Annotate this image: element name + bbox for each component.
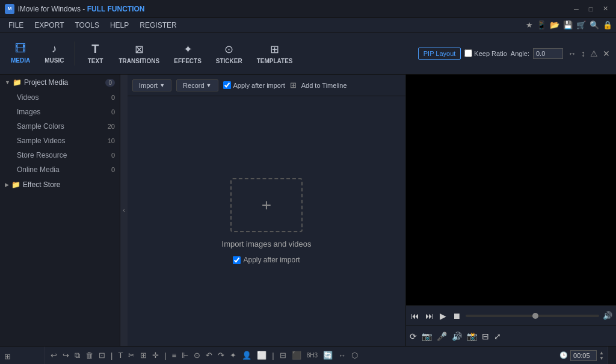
star-icon[interactable]: ★ [526,20,533,29]
timeline-separator-3: | [270,350,276,361]
text-tl-icon[interactable]: T [116,350,125,361]
tool-transitions[interactable]: ⊠ TRANSITIONS [112,40,165,67]
flip-v-icon[interactable]: ↕ [580,48,587,60]
timer-icon[interactable]: ⊙ [192,350,202,361]
tool-media[interactable]: 🎞 MEDIA [5,40,36,66]
apply-import-label: Apply after import [233,256,300,264]
keep-ratio-checkbox[interactable] [464,49,472,57]
menu-file[interactable]: FILE [4,20,28,31]
tool-music[interactable]: ♪ MUSIC [38,40,70,66]
photo-icon[interactable]: 📸 [467,332,477,341]
minimize-button[interactable]: ─ [570,3,582,15]
box-icon[interactable]: ⬜ [255,350,268,361]
refresh-icon[interactable]: 🔄 [321,350,334,361]
maximize-button[interactable]: □ [585,3,597,15]
align-left-icon[interactable]: ≡ [170,350,179,361]
flip-h-icon[interactable]: ↔ [567,48,578,60]
duration-down-icon[interactable]: ▼ [599,356,604,361]
plus-icon: + [262,196,271,215]
add-track-icon[interactable]: ⊞ [2,351,13,362]
undo-icon[interactable]: ↩ [49,350,59,361]
fullscreen-icon[interactable]: ⤢ [494,332,501,341]
add-to-timeline-button[interactable]: Add to Timeline [301,82,347,89]
close-button[interactable]: ✕ [599,3,611,15]
import-drop-box[interactable]: + [230,178,303,232]
apply-import-checkbox[interactable] [233,256,241,264]
tool-effects[interactable]: ✦ EFFECTS [168,40,208,67]
preview-progress-bar[interactable] [466,315,599,317]
sidebar-category-project-media[interactable]: ▼ 📁 Project Media 0 [0,75,120,90]
menu-tools[interactable]: TOOLS [70,20,103,31]
phone-icon[interactable]: 📱 [537,20,546,29]
menubar: FILE EXPORT TOOLS HELP REGISTER ★ 📱 📂 💾 … [0,18,616,32]
app-title-area: M iMovie for Windows - FULL FUNCTION [5,4,144,14]
save-icon[interactable]: 💾 [563,20,573,29]
sidebar-collapse-tab[interactable]: ‹ [120,75,128,346]
volume-icon[interactable]: 🔊 [603,311,612,320]
close-toolbar-icon[interactable]: ✕ [602,48,611,60]
sidebar-category-effect-store[interactable]: ▶ 📁 Effect Store [0,177,120,193]
record-dropdown-icon: ▼ [206,82,212,88]
delete-icon[interactable]: 🗑 [84,350,95,361]
folder-icon[interactable]: 📂 [550,20,559,29]
sidebar-item-sample-colors[interactable]: Sample Colors 20 [0,119,120,134]
folder-open-icon: 📁 [13,78,22,87]
snapshot-icon[interactable]: ⟳ [410,332,417,341]
chevron-down-icon: ▼ [5,79,10,85]
camera-icon[interactable]: 📷 [422,332,432,341]
preview-tools-bar: ⟳ 📷 🎤 🔊 📸 ⊟ ⤢ [406,325,616,346]
duration-input[interactable] [570,350,597,361]
keyframe-icon[interactable]: ⊩ [180,350,190,361]
effects2-icon[interactable]: ✦ [228,350,238,361]
import-button[interactable]: Import ▼ [132,79,171,91]
undo2-icon[interactable]: ↶ [204,350,214,361]
voiceover-icon[interactable]: 🔊 [452,332,462,341]
pip-layout-button[interactable]: PIP Layout [418,48,461,60]
sidebar-item-sample-videos[interactable]: Sample Videos 10 [0,134,120,148]
duration-up-icon[interactable]: ▲ [599,350,604,356]
grid-view-icon[interactable]: ⊞ [290,81,297,90]
menubar-icons: ★ 📱 📂 💾 🛒 🔍 🔒 [526,20,612,29]
redo-icon[interactable]: ↪ [61,350,71,361]
cart-icon[interactable]: 🛒 [576,20,586,29]
record-button[interactable]: Record ▼ [176,79,218,91]
crop-icon[interactable]: ⊡ [97,350,107,361]
skip-start-icon[interactable]: ⏮ [410,310,420,322]
sidebar-item-store-resource[interactable]: Store Resource 0 [0,148,120,162]
timeline-left-panel: ⊞ T 👁 PIP 🔗 ▶ 👁 Main ▶ [0,347,45,364]
menu-register[interactable]: REGISTER [135,20,181,31]
fit-icon[interactable]: ↔ [336,350,348,361]
chevron-right-icon: ▶ [5,182,9,188]
preview-progress-thumb [532,313,538,319]
mic-icon[interactable]: 🎤 [437,332,447,341]
ratio-icon[interactable]: ⊟ [482,332,489,341]
angle-input[interactable] [533,48,563,59]
tool-sticker[interactable]: ⊙ STICKER [210,40,248,67]
zoom-icon[interactable]: ⬡ [350,350,360,361]
freeze-icon[interactable]: ✛ [150,350,161,361]
speed-icon[interactable]: ⬛ [290,350,303,361]
sidebar-item-images[interactable]: Images 0 [0,105,120,119]
copy-icon[interactable]: ⧉ [73,350,82,362]
menu-help[interactable]: HELP [105,20,134,31]
menu-export[interactable]: EXPORT [29,20,69,31]
lock-icon[interactable]: 🔒 [603,20,612,29]
duration-spinners: ▲ ▼ [599,350,604,361]
stop-icon[interactable]: ⏹ [451,310,462,322]
apply-after-import-checkbox[interactable] [223,81,231,89]
cut-icon[interactable]: ✂ [126,350,137,361]
person-icon[interactable]: 👤 [240,350,253,361]
tool-text[interactable]: T TEXT [80,40,110,67]
project-media-label: Project Media [24,78,103,87]
media-icon: 🎞 [15,43,26,55]
tool-templates[interactable]: ⊞ TEMPLATES [251,40,299,67]
sidebar-item-online-media[interactable]: Online Media 0 [0,162,120,177]
split-icon[interactable]: ⊞ [138,350,149,361]
play-icon[interactable]: ▶ [439,310,448,322]
trim-icon[interactable]: ⊟ [278,350,288,361]
redo2-icon[interactable]: ↷ [216,350,226,361]
sidebar-item-videos[interactable]: Videos 0 [0,90,120,105]
titlebar: M iMovie for Windows - FULL FUNCTION ─ □… [0,0,616,18]
search-icon[interactable]: 🔍 [590,20,599,29]
step-back-icon[interactable]: ⏭ [424,310,435,322]
